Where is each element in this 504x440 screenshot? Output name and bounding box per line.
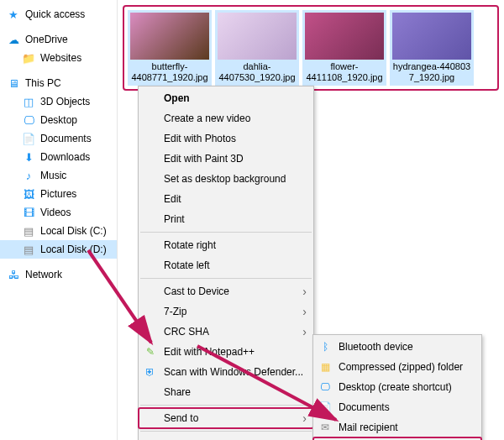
nav-label: Local Disk (D:)	[40, 244, 107, 255]
nav-label: Quick access	[25, 8, 85, 20]
file-thumbnail[interactable]: dahlia-4407530_1920.jpg	[215, 10, 299, 86]
nav-label: Downloads	[40, 151, 90, 163]
file-thumbnail[interactable]: flower-4411108_1920.jpg	[302, 10, 386, 86]
documents-icon: 📄	[318, 401, 332, 414]
mail-icon: ✉	[318, 421, 332, 434]
menu-rotate-right[interactable]: Rotate right	[139, 235, 313, 255]
nav-videos[interactable]: 🎞 Videos	[0, 203, 117, 222]
nav-this-pc[interactable]: 🖥 This PC	[0, 74, 117, 92]
nav-label: Desktop	[40, 114, 77, 126]
file-thumbnail[interactable]: butterfly-4408771_1920.jpg	[128, 10, 212, 86]
cube-icon: ◫	[22, 95, 35, 108]
menu-separator	[140, 232, 312, 233]
file-caption: flower-4411108_1920.jpg	[305, 61, 384, 83]
desktop-icon: 🖵	[22, 113, 35, 127]
image-preview-icon	[130, 13, 209, 60]
menu-send-to[interactable]: Send to›	[139, 408, 313, 428]
menu-edit-npp[interactable]: ✎Edit with Notepad++	[139, 342, 313, 362]
menu-crc-sha[interactable]: CRC SHA›	[139, 322, 313, 342]
videos-icon: 🎞	[22, 206, 35, 219]
nav-onedrive[interactable]: ☁ OneDrive	[0, 30, 117, 49]
notepad-icon: ✎	[144, 345, 157, 359]
nav-local-disk-d[interactable]: ▤ Local Disk (D:)	[0, 240, 117, 259]
nav-label: Pictures	[40, 188, 76, 200]
sendto-mail[interactable]: ✉Mail recipient	[313, 417, 481, 437]
menu-7zip[interactable]: 7-Zip›	[139, 301, 313, 322]
nav-label: Websites	[40, 52, 81, 64]
nav-desktop[interactable]: 🖵 Desktop	[0, 111, 117, 129]
drive-icon: ▤	[22, 243, 35, 256]
image-preview-icon	[392, 13, 471, 60]
image-preview-icon	[218, 13, 297, 60]
nav-label: Documents	[40, 133, 92, 144]
nav-label: This PC	[25, 77, 61, 89]
menu-edit-paint3d[interactable]: Edit with Paint 3D	[139, 149, 313, 169]
nav-pictures[interactable]: 🖼 Pictures	[0, 185, 117, 203]
navigation-pane: ★ Quick access ☁ OneDrive 📁 Websites 🖥 T…	[0, 0, 118, 440]
menu-edit[interactable]: Edit	[139, 189, 313, 209]
sendto-bluetooth[interactable]: ᛒBluetooth device	[313, 337, 481, 357]
menu-separator	[140, 405, 312, 406]
menu-print[interactable]: Print	[139, 209, 313, 229]
nav-quick-access[interactable]: ★ Quick access	[0, 5, 117, 24]
file-caption: hydrangea-440803 7_1920.jpg	[392, 61, 471, 83]
menu-cast[interactable]: Cast to Device›	[139, 281, 313, 301]
nav-websites[interactable]: 📁 Websites	[0, 49, 117, 67]
nav-network[interactable]: 🖧 Network	[0, 265, 117, 284]
desktop-icon: 🖵	[318, 380, 332, 394]
shield-icon: ⛨	[144, 365, 157, 379]
menu-create-video[interactable]: Create a new video	[139, 108, 313, 128]
sendto-desktop[interactable]: 🖵Desktop (create shortcut)	[313, 377, 481, 397]
star-icon: ★	[7, 8, 20, 21]
menu-open[interactable]: Open	[139, 88, 313, 108]
nav-documents[interactable]: 📄 Documents	[0, 129, 117, 148]
image-preview-icon	[305, 13, 384, 60]
nav-label: Local Disk (C:)	[40, 225, 107, 237]
nav-downloads[interactable]: ⬇ Downloads	[0, 148, 117, 166]
zip-icon: ▦	[318, 360, 332, 374]
menu-scan-defender[interactable]: ⛨Scan with Windows Defender...	[139, 362, 313, 382]
menu-rotate-left[interactable]: Rotate left	[139, 255, 313, 275]
nav-music[interactable]: ♪ Music	[0, 166, 117, 185]
file-caption: butterfly-4408771_1920.jpg	[130, 61, 209, 83]
folder-icon: 📁	[22, 51, 35, 65]
menu-separator	[140, 431, 312, 432]
music-icon: ♪	[22, 169, 35, 182]
chevron-right-icon: ›	[302, 285, 307, 298]
cloud-icon: ☁	[7, 33, 20, 46]
nav-label: OneDrive	[25, 34, 68, 45]
bluetooth-icon: ᛒ	[318, 340, 332, 354]
pictures-icon: 🖼	[22, 187, 35, 201]
menu-cut[interactable]: Cut	[139, 434, 313, 440]
nav-label: Music	[40, 170, 66, 181]
context-menu: Open Create a new video Edit with Photos…	[138, 86, 314, 440]
documents-icon: 📄	[22, 132, 35, 145]
sendto-documents[interactable]: 📄Documents	[313, 397, 481, 417]
nav-3d-objects[interactable]: ◫ 3D Objects	[0, 92, 117, 111]
menu-edit-photos[interactable]: Edit with Photos	[139, 128, 313, 149]
menu-share[interactable]: Share	[139, 382, 313, 402]
menu-separator	[140, 278, 312, 279]
nav-label: Network	[25, 269, 62, 280]
sendto-submenu: ᛒBluetooth device ▦Compressed (zipped) f…	[312, 334, 482, 440]
download-icon: ⬇	[22, 150, 35, 164]
chevron-right-icon: ›	[302, 411, 307, 425]
nav-label: Videos	[40, 207, 71, 218]
pc-icon: 🖥	[7, 76, 20, 90]
menu-set-wallpaper[interactable]: Set as desktop background	[139, 169, 313, 189]
drive-icon: ▤	[22, 224, 35, 238]
chevron-right-icon: ›	[302, 305, 307, 318]
nav-label: 3D Objects	[40, 96, 90, 107]
network-icon: 🖧	[7, 268, 20, 281]
sendto-compressed[interactable]: ▦Compressed (zipped) folder	[313, 357, 481, 377]
thumbnail-selection: butterfly-4408771_1920.jpg dahlia-440753…	[123, 5, 499, 91]
nav-local-disk-c[interactable]: ▤ Local Disk (C:)	[0, 222, 117, 240]
chevron-right-icon: ›	[302, 325, 307, 338]
file-thumbnail[interactable]: hydrangea-440803 7_1920.jpg	[390, 10, 474, 86]
file-caption: dahlia-4407530_1920.jpg	[218, 61, 297, 83]
